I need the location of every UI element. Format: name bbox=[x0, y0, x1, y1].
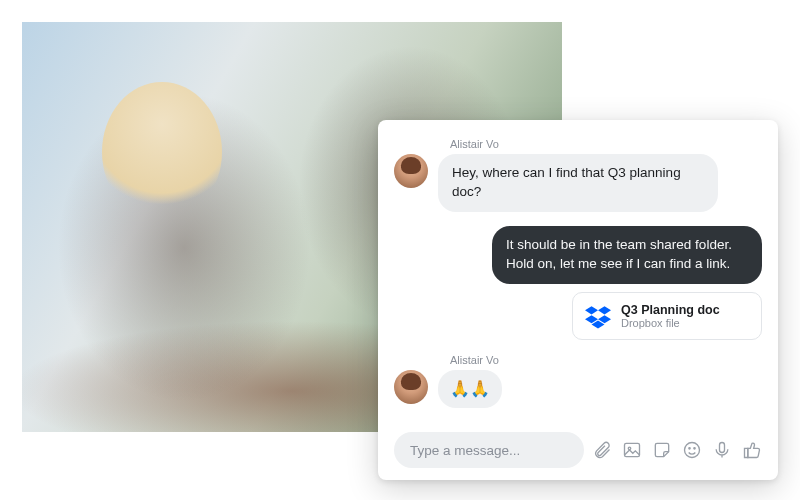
message-column: It should be in the team shared folder. … bbox=[492, 226, 762, 284]
svg-rect-10 bbox=[720, 443, 725, 453]
message-input-placeholder: Type a message... bbox=[410, 443, 520, 458]
reaction-bubble: 🙏🙏 bbox=[438, 370, 502, 408]
dropbox-icon bbox=[585, 303, 611, 329]
sender-name: Alistair Vo bbox=[450, 138, 718, 150]
attachment-title: Q3 Planning doc bbox=[621, 303, 720, 317]
image-icon[interactable] bbox=[622, 440, 642, 460]
message-row: It should be in the team shared folder. … bbox=[394, 226, 762, 284]
svg-point-8 bbox=[689, 448, 690, 449]
message-list: Alistair Vo Hey, where can I find that Q… bbox=[394, 138, 762, 422]
svg-rect-5 bbox=[625, 443, 640, 456]
svg-marker-1 bbox=[598, 306, 611, 314]
message-bubble: It should be in the team shared folder. … bbox=[492, 226, 762, 284]
svg-point-9 bbox=[694, 448, 695, 449]
attachment-subtitle: Dropbox file bbox=[621, 317, 720, 329]
like-icon[interactable] bbox=[742, 440, 762, 460]
attachment-meta: Q3 Planning doc Dropbox file bbox=[621, 303, 720, 329]
message-bubble: Hey, where can I find that Q3 planning d… bbox=[438, 154, 718, 212]
svg-point-7 bbox=[685, 443, 700, 458]
avatar bbox=[394, 370, 428, 404]
message-column: Alistair Vo Hey, where can I find that Q… bbox=[438, 138, 718, 212]
message-row: Alistair Vo Hey, where can I find that Q… bbox=[394, 138, 762, 212]
message-input[interactable]: Type a message... bbox=[394, 432, 584, 468]
attachment-card[interactable]: Q3 Planning doc Dropbox file bbox=[572, 292, 762, 340]
mic-icon[interactable] bbox=[712, 440, 732, 460]
message-column: Alistair Vo 🙏🙏 bbox=[438, 354, 502, 408]
composer: Type a message... bbox=[394, 432, 762, 468]
emoji-icon[interactable] bbox=[682, 440, 702, 460]
message-row: Alistair Vo 🙏🙏 bbox=[394, 354, 762, 408]
svg-marker-0 bbox=[585, 306, 598, 314]
avatar bbox=[394, 154, 428, 188]
composer-actions bbox=[592, 440, 762, 460]
sticker-icon[interactable] bbox=[652, 440, 672, 460]
sender-name: Alistair Vo bbox=[450, 354, 502, 366]
chat-card: Alistair Vo Hey, where can I find that Q… bbox=[378, 120, 778, 480]
attach-icon[interactable] bbox=[592, 440, 612, 460]
